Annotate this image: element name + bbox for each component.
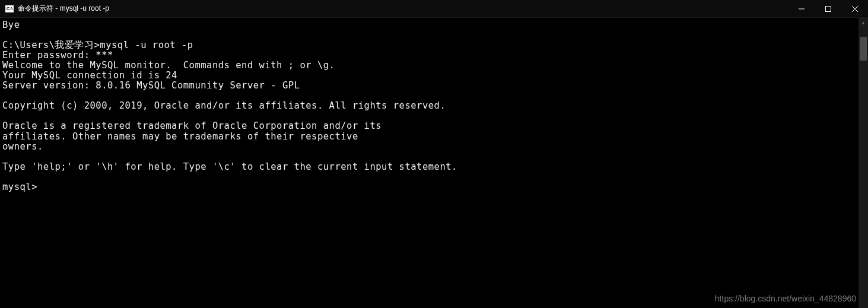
terminal-line: Copyright (c) 2000, 2019, Oracle and/or … <box>2 100 446 111</box>
minimize-icon <box>799 6 805 12</box>
maximize-button[interactable] <box>815 0 841 18</box>
terminal-line: affiliates. Other names may be trademark… <box>2 131 358 142</box>
terminal-output[interactable]: Bye C:\Users\我爱学习>mysql -u root -p Enter… <box>0 18 859 308</box>
close-button[interactable] <box>841 0 868 18</box>
terminal-line: owners. <box>2 141 43 152</box>
terminal-line: Server version: 8.0.16 MySQL Community S… <box>2 80 300 91</box>
terminal-line: mysql> <box>2 182 37 192</box>
vertical-scrollbar[interactable]: ▲ <box>859 18 868 308</box>
window-titlebar: 命令提示符 - mysql -u root -p <box>0 0 868 18</box>
titlebar-left: 命令提示符 - mysql -u root -p <box>5 4 109 14</box>
scroll-thumb[interactable] <box>860 37 867 61</box>
window-title: 命令提示符 - mysql -u root -p <box>18 4 109 14</box>
cmd-prompt-icon <box>5 5 14 13</box>
terminal-line: Type 'help;' or '\h' for help. Type '\c'… <box>2 161 457 172</box>
svg-rect-1 <box>825 7 831 12</box>
terminal-line: Oracle is a registered trademark of Orac… <box>2 120 381 131</box>
close-icon <box>852 6 858 12</box>
minimize-button[interactable] <box>788 0 815 18</box>
terminal-line: Your MySQL connection id is 24 <box>2 70 177 81</box>
terminal-line: Welcome to the MySQL monitor. Commands e… <box>2 60 335 71</box>
terminal-body: Bye C:\Users\我爱学习>mysql -u root -p Enter… <box>0 18 868 308</box>
terminal-line: C:\Users\我爱学习>mysql -u root -p <box>2 40 193 50</box>
maximize-icon <box>825 6 831 12</box>
window-controls <box>788 0 868 17</box>
terminal-line: Enter password: *** <box>2 50 113 61</box>
watermark-text: https://blog.csdn.net/weixin_44828960 <box>715 294 856 303</box>
scroll-up-arrow-icon[interactable]: ▲ <box>859 18 868 27</box>
terminal-line: Bye <box>2 20 20 30</box>
